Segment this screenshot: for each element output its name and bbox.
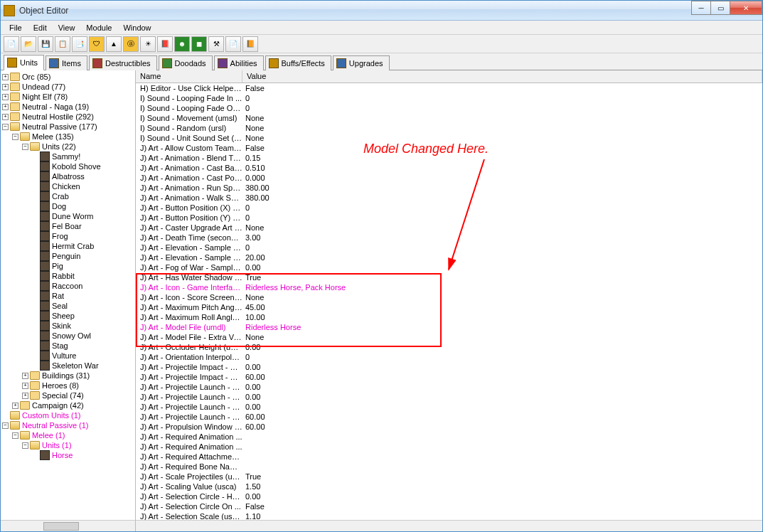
tree-row[interactable]: Horse [2,450,135,460]
property-row[interactable]: J) Art - Animation - Walk Spe...380.00 [136,193,762,203]
tree-row[interactable]: −Units (1) [2,440,135,450]
tree-row[interactable]: Sheep [2,311,135,321]
tree-row[interactable]: +Neutral - Naga (19) [2,102,135,112]
tool-book-icon[interactable]: 📕 [157,36,173,52]
property-row[interactable]: I) Sound - Random (ursl)None [136,123,762,133]
tab-upgrades[interactable]: Upgrades [333,55,390,70]
tab-abilities[interactable]: Abilities [214,55,264,70]
tree-row[interactable]: Frog [2,231,135,241]
property-row[interactable]: J) Art - Maximum Pitch Angle...45.00 [136,302,762,312]
property-row[interactable]: J) Art - Animation - Cast Poin...0.000 [136,173,762,183]
tree-row[interactable]: +Special (74) [2,390,135,400]
property-row[interactable]: I) Sound - Movement (umsl)None [136,113,762,123]
tab-units[interactable]: Units [4,55,44,70]
tree-row[interactable]: −Units (22) [2,142,135,151]
property-row[interactable]: J) Art - Propulsion Window (...60.00 [136,422,762,432]
tree-row[interactable]: −Neutral Passive (177) [2,122,135,132]
col-value[interactable]: Value [242,70,762,83]
col-name[interactable]: Name [136,70,242,83]
expand-icon[interactable]: + [2,114,9,120]
property-row[interactable]: J) Art - Animation - Cast Bac...0.510 [136,163,762,173]
tree-row[interactable]: Hermit Crab [2,241,135,251]
tab-destructibles[interactable]: Destructibles [89,55,157,70]
property-row[interactable]: I) Sound - Unit Sound Set (u...None [136,133,762,143]
tree-row[interactable]: Skeleton War [2,361,135,371]
property-row[interactable]: J) Art - Icon - Score Screen (...None [136,292,762,302]
tree-row[interactable]: Albatross [2,171,135,181]
tool-triangle-icon[interactable]: ▲ [106,36,122,52]
property-row[interactable]: J) Art - Occluder Height (uocc)0.00 [136,342,762,352]
collapse-icon[interactable]: − [12,432,18,439]
property-row[interactable]: H) Editor - Use Click Helper (...False [136,83,762,93]
menu-view[interactable]: View [53,22,81,33]
collapse-icon[interactable]: − [2,124,9,130]
property-row[interactable]: J) Art - Required Attachment... [136,452,762,462]
tree-row[interactable]: Pig [2,261,135,271]
tree-row[interactable]: +Campaign (42) [2,400,135,410]
collapse-icon[interactable]: − [2,422,9,429]
property-row[interactable]: J) Art - Death Time (seconds...3.00 [136,233,762,243]
tree-row[interactable]: Dog [2,201,135,211]
property-row[interactable]: J) Art - Scale Projectiles (uscb)True [136,472,762,482]
tree-horizontal-scrollbar[interactable] [1,520,135,531]
property-row[interactable]: J) Art - Projectile Impact - Z (...60.00 [136,372,762,382]
expand-icon[interactable]: + [22,373,28,379]
close-button[interactable]: ✕ [730,1,762,15]
property-row[interactable]: J) Art - Allow Custom Team ...False [136,143,762,153]
property-row[interactable]: J) Art - Caster Upgrade Art (u...None [136,223,762,233]
tool-book2-icon[interactable]: 📙 [242,36,258,52]
menu-window[interactable]: Window [117,22,156,33]
tree-row[interactable]: +Heroes (8) [2,381,135,390]
tool-save-icon[interactable]: 💾 [38,36,53,52]
tool-sun-icon[interactable]: ☀ [140,36,156,52]
props-horizontal-scrollbar[interactable] [136,520,762,531]
tree-row[interactable]: Rabbit [2,271,135,281]
collapse-icon[interactable]: − [22,442,28,449]
expand-icon[interactable]: + [2,84,9,90]
expand-icon[interactable]: + [2,74,9,80]
collapse-icon[interactable]: − [12,134,18,140]
tree-row[interactable]: Stag [2,341,135,351]
tree-pane[interactable]: +Orc (85)+Undead (77)+Night Elf (78)+Neu… [1,70,136,531]
expand-icon[interactable]: + [22,393,28,399]
property-row[interactable]: J) Art - Scaling Value (usca)1.50 [136,482,762,491]
tree-row[interactable]: Raccoon [2,281,135,291]
tree-row[interactable]: Dune Worm [2,211,135,221]
property-row[interactable]: J) Art - Icon - Game Interfac...Riderles… [136,282,762,292]
tab-buffs[interactable]: Buffs/Effects [265,55,331,70]
tool-shield-icon[interactable]: 🛡 [89,36,105,52]
expand-icon[interactable]: + [2,94,9,100]
property-row[interactable]: J) Art - Projectile Launch - X ...0.00 [136,382,762,392]
tree-row[interactable]: +Undead (77) [2,82,135,92]
tab-items[interactable]: Items [46,55,87,70]
property-row[interactable]: I) Sound - Looping Fade Out...0 [136,103,762,113]
property-row[interactable]: J) Art - Maximum Roll Angle (...10.00 [136,312,762,322]
tree-row[interactable]: Rat [2,291,135,301]
tree-row[interactable]: −Neutral Passive (1) [2,420,135,430]
property-row[interactable]: J) Art - Animation - Blend Tim...0.15 [136,153,762,163]
property-row[interactable]: I) Sound - Looping Fade In ...0 [136,93,762,103]
menu-file[interactable]: File [4,22,28,33]
expand-icon[interactable]: + [2,104,9,110]
tree-row[interactable]: +Orc (85) [2,72,135,82]
property-row[interactable]: J) Art - Required Animation ... [136,432,762,442]
tree-row[interactable]: Chicken [2,181,135,191]
maximize-button[interactable]: ▭ [710,1,730,15]
property-row[interactable]: J) Art - Button Position (Y) (u...0 [136,213,762,223]
tree-row[interactable]: +Buildings (31) [2,371,135,381]
property-row[interactable]: J) Art - Elevation - Sample R...20.00 [136,252,762,262]
minimize-button[interactable]: ─ [691,1,711,15]
tool-hammer-icon[interactable]: ⚒ [208,36,224,52]
tool-paste-icon[interactable]: 📑 [72,36,87,52]
tool-open-icon[interactable]: 📂 [21,36,36,52]
menu-edit[interactable]: Edit [28,22,53,33]
tree-row[interactable]: −Melee (1) [2,430,135,440]
property-row[interactable]: J) Art - Model File (umdl)Riderless Hors… [136,322,762,332]
tree-row[interactable]: Custom Units (1) [2,410,135,420]
tree-row[interactable]: −Melee (135) [2,132,135,142]
property-row[interactable]: J) Art - Orientation Interpolati...0 [136,352,762,362]
property-row[interactable]: J) Art - Animation - Run Spe...380.00 [136,183,762,193]
tool-new-icon[interactable]: 📄 [4,36,19,52]
tree-row[interactable]: Kobold Shove [2,161,135,171]
property-pane[interactable]: Name Value H) Editor - Use Click Helper … [136,70,762,531]
